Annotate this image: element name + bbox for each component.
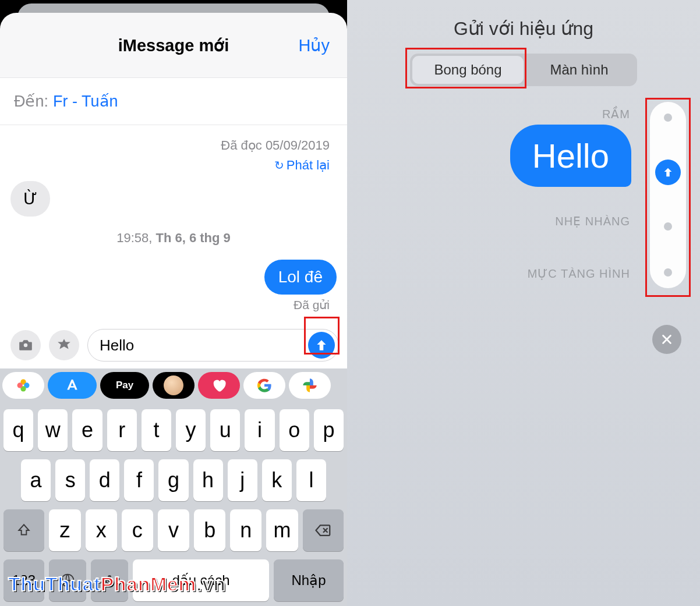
key-j[interactable]: j: [228, 459, 257, 501]
key-n[interactable]: n: [230, 509, 261, 551]
key-globe[interactable]: [49, 559, 86, 601]
app-photos[interactable]: [2, 372, 44, 399]
key-e[interactable]: e: [72, 409, 102, 451]
right-screenshot: Gửi với hiệu ứng Bong bóng Màn hình RẦM …: [347, 0, 700, 606]
app-digital-touch[interactable]: [198, 372, 240, 399]
timestamp-time: 19:58,: [116, 231, 152, 245]
app-strip[interactable]: Pay: [0, 368, 347, 402]
nav-title: iMessage mới: [118, 36, 229, 55]
key-123[interactable]: 123: [3, 559, 44, 601]
effect-preview-bubble: Hello: [510, 125, 631, 187]
send-arrow-up-icon: [314, 338, 329, 353]
key-r[interactable]: r: [107, 409, 137, 451]
key-q[interactable]: q: [3, 409, 33, 451]
sent-status: Đã gửi: [10, 295, 337, 317]
key-space[interactable]: dấu cách: [133, 559, 269, 601]
key-m[interactable]: m: [266, 509, 298, 551]
app-google[interactable]: [243, 372, 285, 399]
effect-label-gentle: NHẸ NHÀNG: [555, 214, 630, 228]
effect-label-invisible: MỰC TÀNG HÌNH: [528, 267, 630, 281]
key-t[interactable]: t: [142, 409, 171, 451]
key-o[interactable]: o: [280, 409, 309, 451]
effect-send-button[interactable]: [655, 160, 681, 185]
segment-bubble[interactable]: Bong bóng: [412, 56, 524, 84]
compose-input[interactable]: Hello: [100, 336, 303, 355]
effects-title: Gửi với hiệu ứng: [454, 17, 593, 40]
timestamp-date: Th 6, 6 thg 9: [155, 231, 230, 245]
replay-icon: ↻: [274, 158, 284, 172]
key-p[interactable]: p: [314, 409, 344, 451]
recipient-row[interactable]: Đến: Fr - Tuấn: [0, 78, 347, 125]
camera-icon: [18, 338, 33, 353]
effects-segmented[interactable]: Bong bóng Màn hình: [410, 54, 637, 86]
received-bubble[interactable]: Ừ: [10, 181, 50, 217]
to-contact[interactable]: Fr - Tuấn: [53, 92, 118, 111]
close-icon: [660, 333, 673, 346]
kb-row-1: qwertyuiop: [3, 409, 344, 451]
sent-bubble[interactable]: Lol đê: [264, 260, 337, 295]
key-backspace[interactable]: [303, 509, 344, 551]
app-drawer-button[interactable]: [49, 330, 79, 360]
key-d[interactable]: d: [90, 459, 119, 501]
backspace-icon: [314, 522, 332, 539]
key-g[interactable]: g: [158, 459, 188, 501]
send-button[interactable]: [308, 332, 335, 359]
cancel-button[interactable]: Hủy: [299, 36, 330, 55]
key-enter[interactable]: Nhập: [274, 559, 344, 601]
globe-icon: [59, 572, 76, 589]
photos-icon: [15, 377, 31, 394]
effect-dot-invisible[interactable]: [664, 268, 672, 277]
key-h[interactable]: h: [193, 459, 223, 501]
key-mic[interactable]: [91, 559, 128, 601]
replay-label: Phát lại: [287, 158, 330, 173]
key-b[interactable]: b: [194, 509, 225, 551]
message-timestamp: 19:58, Th 6, 6 thg 9: [10, 231, 337, 246]
google-icon: [256, 377, 273, 394]
key-y[interactable]: y: [176, 409, 206, 451]
kb-row-3: zxcvbnm: [3, 509, 344, 551]
key-c[interactable]: c: [122, 509, 153, 551]
effects-area: RẦM Hello NHẸ NHÀNG MỰC TÀNG HÌNH: [347, 104, 700, 606]
left-screenshot: iMessage mới Hủy Đến: Fr - Tuấn Đã đọc 0…: [0, 0, 347, 606]
close-effects-button[interactable]: [652, 325, 681, 354]
send-arrow-up-icon: [662, 166, 674, 179]
heart-icon: [211, 377, 227, 394]
camera-button[interactable]: [10, 330, 41, 360]
key-l[interactable]: l: [296, 459, 326, 501]
key-shift[interactable]: [3, 509, 44, 551]
appstore-icon: [56, 338, 72, 353]
key-i[interactable]: i: [245, 409, 274, 451]
read-receipt: Đã đọc 05/09/2019: [10, 136, 337, 158]
key-s[interactable]: s: [55, 459, 85, 501]
key-v[interactable]: v: [158, 509, 189, 551]
messages-area[interactable]: Đã đọc 05/09/2019 ↻ Phát lại Ừ 19:58, Th…: [0, 125, 347, 322]
app-appstore[interactable]: [48, 372, 97, 399]
kb-row-2: asdfghjkl: [3, 459, 344, 501]
applepay-label: Pay: [116, 380, 133, 391]
received-row: Ừ: [10, 181, 337, 217]
compose-field[interactable]: Hello: [87, 329, 339, 362]
key-w[interactable]: w: [38, 409, 68, 451]
key-z[interactable]: z: [49, 509, 80, 551]
to-label: Đến:: [14, 92, 48, 111]
segment-screen[interactable]: Màn hình: [524, 56, 635, 84]
key-a[interactable]: a: [21, 459, 51, 501]
effect-dot-gentle[interactable]: [664, 222, 672, 231]
nav-bar: iMessage mới Hủy: [0, 13, 347, 78]
compose-bar: Hello: [0, 322, 347, 368]
memoji-icon: [164, 375, 183, 395]
key-f[interactable]: f: [124, 459, 154, 501]
keyboard[interactable]: qwertyuiop asdfghjkl zxcvbnm 123 dấu các…: [0, 402, 347, 606]
sent-row: Lol đê: [10, 260, 337, 295]
key-u[interactable]: u: [210, 409, 240, 451]
effect-dot-slam[interactable]: [664, 114, 672, 122]
app-memoji[interactable]: [153, 372, 195, 399]
google-photos-icon: [302, 377, 318, 394]
app-google-photos[interactable]: [289, 372, 331, 399]
replay-button[interactable]: ↻ Phát lại: [10, 158, 337, 181]
key-x[interactable]: x: [86, 509, 117, 551]
effect-selector-rail[interactable]: [650, 102, 686, 288]
key-k[interactable]: k: [262, 459, 292, 501]
effect-label-slam: RẦM: [602, 107, 630, 121]
app-applepay[interactable]: Pay: [100, 372, 149, 399]
